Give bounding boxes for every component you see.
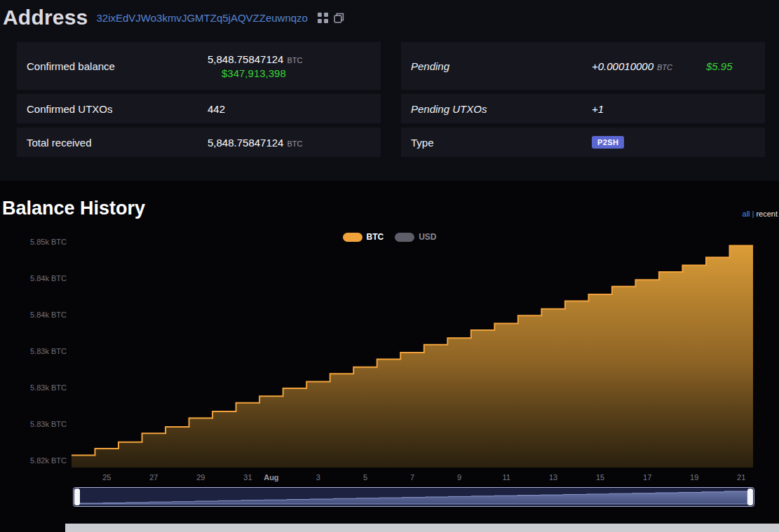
balance-history-section: Balance History all|recent BTC USD [0,181,779,532]
pending-row: Pending +0.00010000 BTC $5.95 [401,42,765,90]
page-header: Address 32ixEdVJWo3kmvJGMTZq5jAQVZZeuwnq… [0,0,779,34]
qr-code-icon[interactable] [318,13,328,23]
svg-text:17: 17 [643,473,651,482]
svg-text:5.82k BTC: 5.82k BTC [30,456,67,465]
pending-utxos-row: Pending UTXOs +1 [401,94,765,123]
svg-text:25: 25 [102,473,111,482]
svg-text:21: 21 [737,473,745,482]
svg-text:5.84k BTC: 5.84k BTC [30,274,67,282]
chart-x-axis: 25272931Aug3579111315171921 [102,473,745,482]
total-received-label: Total received [27,137,208,149]
btc-unit: BTC [657,63,672,71]
address-link[interactable]: 32ixEdVJWo3kmvJGMTZq5jAQVZZeuwnqzo [96,12,308,24]
svg-text:19: 19 [690,473,698,482]
address-summary: Confirmed balance 5,848.75847124 BTC $34… [0,34,779,171]
svg-text:31: 31 [243,473,252,482]
chart-y-axis: 5.82k BTC5.83k BTC5.83k BTC5.83k BTC5.84… [30,238,67,464]
page-title: Address [3,6,88,29]
pending-label: Pending [411,60,592,72]
pending-utxos-value: +1 [592,103,604,115]
svg-text:5.84k BTC: 5.84k BTC [30,311,67,319]
btc-unit: BTC [287,56,302,64]
chart-navigator[interactable] [73,487,754,507]
confirmed-balance-value: 5,848.75847124 [208,53,283,65]
usd-color-swatch [395,233,414,242]
pending-usd: $5.95 [706,60,733,72]
total-received-row: Total received 5,848.75847124 BTC [17,128,381,157]
navigator-left-handle[interactable] [74,489,80,505]
svg-text:Aug: Aug [264,473,278,482]
svg-text:7: 7 [410,473,414,482]
type-label: Type [411,137,592,149]
svg-text:3: 3 [316,473,320,482]
total-received-value: 5,848.75847124 [208,137,283,149]
confirmed-balance-usd: $347,913,398 [222,67,302,79]
chart-legend: BTC USD [342,232,436,242]
legend-label-usd: USD [419,232,436,242]
type-row: Type P2SH [401,128,765,157]
copy-address-icon[interactable] [334,13,344,23]
confirmed-balance-label: Confirmed balance [27,60,208,72]
confirmed-utxos-value: 442 [208,103,225,115]
svg-text:13: 13 [549,473,557,482]
svg-text:5: 5 [363,473,367,482]
confirmed-balance-row: Confirmed balance 5,848.75847124 BTC $34… [17,42,381,90]
chart-area-series [72,246,753,468]
summary-left-column: Confirmed balance 5,848.75847124 BTC $34… [17,42,381,157]
balance-history-title: Balance History [2,198,145,219]
range-link-separator: | [752,210,754,218]
range-link-all[interactable]: all [743,210,750,218]
pending-value: +0.00010000 [592,60,653,72]
legend-label-btc: BTC [366,232,384,242]
confirmed-utxos-label: Confirmed UTXOs [27,103,208,115]
balance-chart[interactable]: BTC USD 5.82k BTC5.83k BTC5.83k B [0,221,779,507]
pending-utxos-label: Pending UTXOs [411,103,592,115]
svg-text:5.83k BTC: 5.83k BTC [30,383,67,392]
svg-text:9: 9 [457,473,461,482]
svg-text:15: 15 [596,473,604,482]
svg-text:5.85k BTC: 5.85k BTC [30,238,67,246]
confirmed-utxos-row: Confirmed UTXOs 442 [17,94,381,123]
svg-text:5.83k BTC: 5.83k BTC [30,420,67,428]
balance-chart-plot[interactable]: 5.82k BTC5.83k BTC5.83k BTC5.83k BTC5.84… [0,221,779,486]
range-link-recent[interactable]: recent [756,210,778,218]
svg-text:27: 27 [149,473,158,482]
navigator-right-handle[interactable] [747,489,753,505]
range-links: all|recent [743,210,778,219]
btc-color-swatch [342,233,362,242]
svg-text:29: 29 [196,473,205,482]
btc-unit: BTC [287,139,302,148]
horizontal-scrollbar[interactable] [65,524,779,532]
legend-item-usd[interactable]: USD [395,232,436,242]
svg-text:5.83k BTC: 5.83k BTC [30,347,67,355]
legend-item-btc[interactable]: BTC [342,232,384,242]
address-type-badge[interactable]: P2SH [592,136,624,149]
summary-right-column: Pending +0.00010000 BTC $5.95 Pending UT… [401,42,765,157]
svg-text:11: 11 [502,473,510,482]
